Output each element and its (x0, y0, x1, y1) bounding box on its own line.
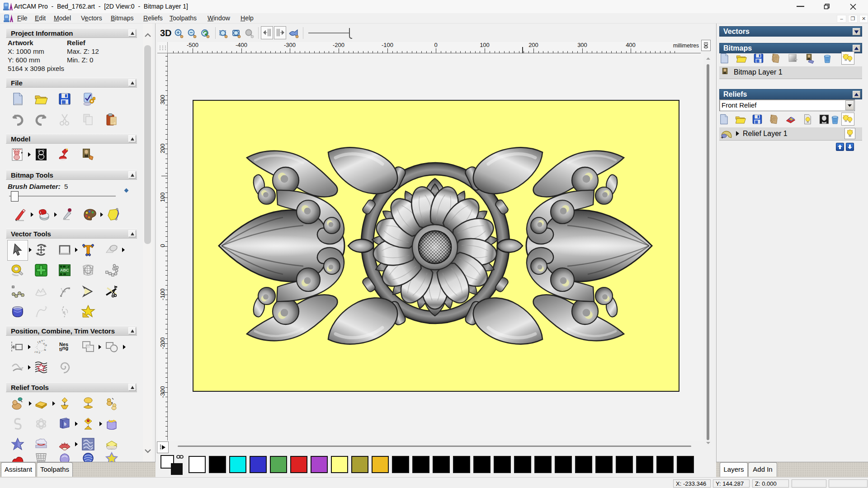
svg-text:+: + (721, 135, 723, 140)
svg-text:o n: o n (42, 342, 48, 347)
svg-text:ABC: ABC (60, 268, 69, 272)
svg-text:·: · (34, 347, 37, 348)
svg-text:c u r v e: c u r v e (34, 350, 40, 354)
svg-text:ting: ting (59, 345, 68, 352)
svg-text:a: a (43, 349, 47, 352)
